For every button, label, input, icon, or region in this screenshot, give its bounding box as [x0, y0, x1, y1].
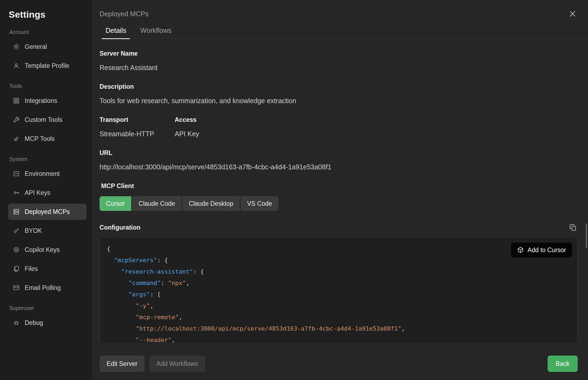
client-claude-desktop[interactable]: Claude Desktop — [182, 196, 240, 211]
gear-icon — [12, 43, 20, 50]
sidebar-item-label: Email Polling — [25, 284, 61, 292]
sidebar-item-label: Custom Tools — [25, 116, 62, 123]
sidebar-item-label: General — [25, 43, 47, 50]
configuration-label: Configuration — [100, 224, 140, 231]
user-icon — [12, 62, 20, 69]
sidebar-item-label: Integrations — [25, 97, 57, 104]
tab-bar: DetailsWorkflows — [92, 23, 588, 39]
add-to-cursor-label: Add to Cursor — [528, 246, 566, 254]
add-workflows-button[interactable]: Add Workflows — [149, 356, 205, 372]
sidebar-item-label: API Keys — [25, 189, 50, 197]
settings-modal: Settings AccountGeneralTemplate ProfileT… — [0, 0, 588, 380]
close-button[interactable] — [567, 9, 578, 19]
sidebar-item-template-profile[interactable]: Template Profile — [8, 58, 87, 74]
sidebar-item-mcp-tools[interactable]: MCP Tools — [8, 131, 87, 147]
description-value: Tools for web research, summarization, a… — [100, 97, 578, 105]
sidebar-item-email-polling[interactable]: Email Polling — [8, 280, 87, 296]
sidebar-section-tools: Tools — [9, 83, 87, 89]
tab-details[interactable]: Details — [100, 23, 132, 39]
url-value: http://localhost:3000/api/mcp/serve/4853… — [100, 163, 578, 171]
code-line: "http://localhost:3000/api/mcp/serve/485… — [107, 323, 570, 334]
sidebar-item-integrations[interactable]: Integrations — [8, 93, 87, 109]
server-icon — [12, 208, 20, 216]
mcp-client-label: MCP Client — [101, 182, 578, 190]
back-button[interactable]: Back — [548, 356, 578, 372]
mail-icon — [12, 284, 20, 292]
sidebar-section-superuser: Superuser — [9, 305, 87, 311]
mcp-client-segments: CursorClaude CodeClaude DesktopVS Code — [100, 196, 578, 211]
code-lines: { "mcpServers": { "research-assistant": … — [107, 243, 570, 343]
sidebar-item-environment[interactable]: Environment — [8, 166, 87, 182]
description-label: Description — [100, 83, 578, 90]
code-line: "mcp-remote", — [107, 312, 570, 323]
client-vs-code[interactable]: VS Code — [241, 196, 279, 211]
sidebar-item-copilot-keys[interactable]: Copilot Keys — [8, 242, 87, 258]
bug-icon — [12, 319, 20, 327]
tab-workflows[interactable]: Workflows — [134, 23, 177, 39]
add-to-cursor-button[interactable]: Add to Cursor — [511, 243, 572, 257]
client-cursor[interactable]: Cursor — [100, 196, 131, 211]
cursor-cube-icon — [517, 246, 524, 254]
sidebar-item-debug[interactable]: Debug — [8, 315, 87, 331]
sidebar-item-label: Copilot Keys — [25, 246, 60, 254]
client-claude-code[interactable]: Claude Code — [132, 196, 181, 211]
sidebar-section-system: System — [9, 156, 87, 162]
edit-server-button[interactable]: Edit Server — [100, 356, 145, 372]
server-name-label: Server Name — [100, 50, 578, 57]
sidebar-item-label: Deployed MCPs — [25, 208, 70, 216]
sidebar-item-label: Environment — [25, 170, 60, 178]
sidebar-nav: AccountGeneralTemplate ProfileToolsInteg… — [8, 29, 87, 331]
sidebar-section-account: Account — [9, 29, 87, 35]
sidebar-item-byok[interactable]: BYOK — [8, 223, 87, 239]
sidebar-item-label: Debug — [25, 319, 43, 327]
details-content: Server Name Research Assistant Descripti… — [92, 39, 588, 349]
target-icon — [12, 246, 20, 254]
sidebar-item-label: Template Profile — [25, 62, 69, 69]
scrollbar-thumb[interactable] — [586, 223, 587, 248]
files-icon — [12, 265, 20, 273]
configuration-code-clip: { "mcpServers": { "research-assistant": … — [100, 237, 578, 343]
server-name-value: Research Assistant — [100, 64, 578, 72]
clipboard-icon — [569, 223, 577, 232]
footer: Edit Server Add Workflows Back — [92, 349, 588, 380]
environment-icon — [12, 170, 20, 178]
url-label: URL — [100, 149, 578, 157]
code-line: "--header", — [107, 334, 570, 343]
sidebar-item-deployed-mcps[interactable]: Deployed MCPs — [8, 204, 87, 220]
sidebar-item-api-keys[interactable]: API Keys — [8, 185, 87, 201]
code-line: "research-assistant": { — [107, 266, 570, 277]
sidebar-item-label: MCP Tools — [25, 135, 55, 142]
access-value: API Key — [175, 130, 578, 138]
code-line: "args": [ — [107, 289, 570, 300]
mcp-client-group: MCP Client CursorClaude CodeClaude Deskt… — [100, 182, 578, 211]
sidebar-item-label: Files — [25, 265, 38, 273]
close-icon — [568, 10, 577, 18]
transport-access-grid: Transport Access Streamable-HTTP API Key — [100, 116, 578, 138]
sidebar-item-general[interactable]: General — [8, 39, 87, 55]
code-line: { — [107, 243, 570, 255]
sidebar: Settings AccountGeneralTemplate ProfileT… — [0, 0, 92, 380]
transport-value: Streamable-HTTP — [100, 130, 175, 138]
code-line: "-y", — [107, 300, 570, 312]
grid-icon — [12, 97, 20, 104]
main-header: Deployed MCPs — [92, 0, 588, 19]
configuration-code-block: { "mcpServers": { "research-assistant": … — [100, 237, 578, 343]
mcp-icon — [12, 135, 20, 142]
sidebar-item-files[interactable]: Files — [8, 261, 87, 277]
code-line: "mcpServers": { — [107, 255, 570, 266]
access-label: Access — [175, 116, 578, 123]
settings-title: Settings — [9, 9, 87, 20]
sidebar-item-label: BYOK — [25, 227, 42, 235]
sidebar-item-custom-tools[interactable]: Custom Tools — [8, 112, 87, 128]
key-icon — [12, 189, 20, 197]
wrench-icon — [12, 116, 20, 123]
code-line: "command": "npx", — [107, 277, 570, 289]
transport-label: Transport — [100, 116, 175, 123]
copy-config-button[interactable] — [568, 223, 578, 232]
byok-icon — [12, 227, 20, 235]
page-title: Deployed MCPs — [100, 10, 149, 18]
main-panel: Deployed MCPs DetailsWorkflows Server Na… — [92, 0, 588, 380]
configuration-row: Configuration — [100, 223, 578, 232]
